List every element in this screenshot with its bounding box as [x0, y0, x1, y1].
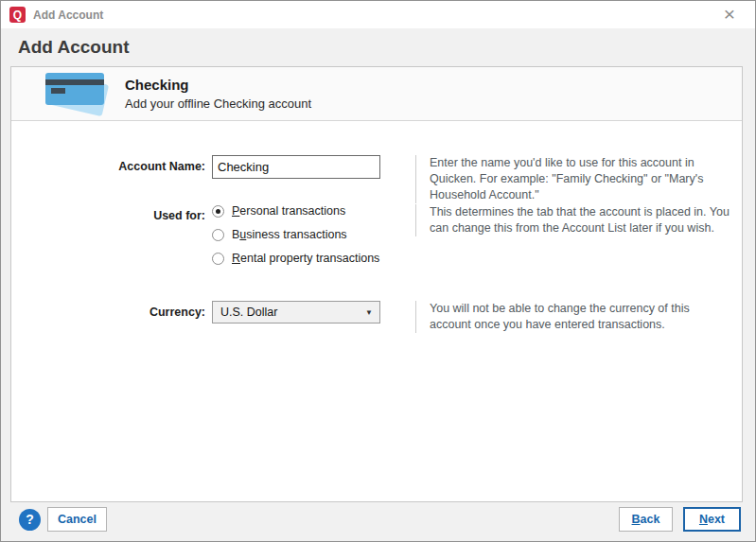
account-name-input[interactable] — [212, 155, 380, 179]
radio-rental-label[interactable]: Rental property transactions — [232, 252, 379, 265]
currency-control: U.S. Dollar ▼ — [212, 301, 380, 323]
footer: ? Cancel Back Next — [1, 499, 755, 541]
quicken-logo-icon: Q — [9, 7, 26, 23]
radio-personal-label[interactable]: Personal transactions — [232, 204, 345, 218]
panel-titles: Checking Add your offline Checking accou… — [125, 77, 311, 111]
main-panel: Checking Add your offline Checking accou… — [10, 66, 743, 502]
radio-business-label[interactable]: Business transactions — [232, 228, 347, 241]
currency-help: You will not be able to change the curre… — [415, 301, 730, 333]
account-form: Account Name: Enter the name you'd like … — [11, 121, 742, 333]
currency-label: Currency: — [11, 301, 205, 319]
help-icon[interactable]: ? — [19, 509, 41, 531]
account-name-label: Account Name: — [11, 155, 205, 173]
close-icon[interactable]: × — [712, 1, 747, 27]
radio-business-transactions[interactable]: Business transactions — [212, 228, 430, 241]
add-account-dialog: Q Add Account × Add Account Checking Add… — [0, 0, 756, 542]
used-for-options: Personal transactions Business transacti… — [212, 204, 430, 275]
radio-personal-transactions[interactable]: Personal transactions — [212, 204, 430, 218]
radio-rental-property-transactions[interactable]: Rental property transactions — [212, 252, 430, 265]
account-name-control — [212, 155, 380, 179]
credit-card-icon — [36, 71, 112, 116]
used-for-row: Used for: Personal transactions Business… — [11, 204, 742, 275]
currency-row: Currency: U.S. Dollar ▼ You will not be … — [11, 301, 742, 333]
account-name-row: Account Name: Enter the name you'd like … — [11, 155, 742, 203]
radio-button-icon[interactable] — [212, 253, 224, 265]
account-type-subtitle: Add your offline Checking account — [125, 96, 311, 111]
back-button[interactable]: Back — [619, 507, 673, 532]
titlebar: Q Add Account × — [1, 1, 755, 28]
page-title: Add Account — [1, 28, 755, 65]
used-for-help: This determines the tab that the account… — [415, 204, 730, 236]
account-name-help: Enter the name you'd like to use for thi… — [415, 155, 730, 203]
panel-header: Checking Add your offline Checking accou… — [11, 67, 742, 121]
window-title: Add Account — [33, 9, 103, 22]
chevron-down-icon: ▼ — [365, 308, 373, 317]
currency-dropdown[interactable]: U.S. Dollar ▼ — [212, 301, 380, 323]
used-for-label: Used for: — [11, 204, 205, 222]
cancel-button[interactable]: Cancel — [47, 507, 107, 532]
currency-selected-value: U.S. Dollar — [220, 306, 277, 319]
account-type-title: Checking — [125, 77, 311, 93]
radio-button-icon[interactable] — [212, 229, 224, 241]
radio-button-icon[interactable] — [212, 205, 224, 218]
next-button[interactable]: Next — [683, 507, 741, 532]
